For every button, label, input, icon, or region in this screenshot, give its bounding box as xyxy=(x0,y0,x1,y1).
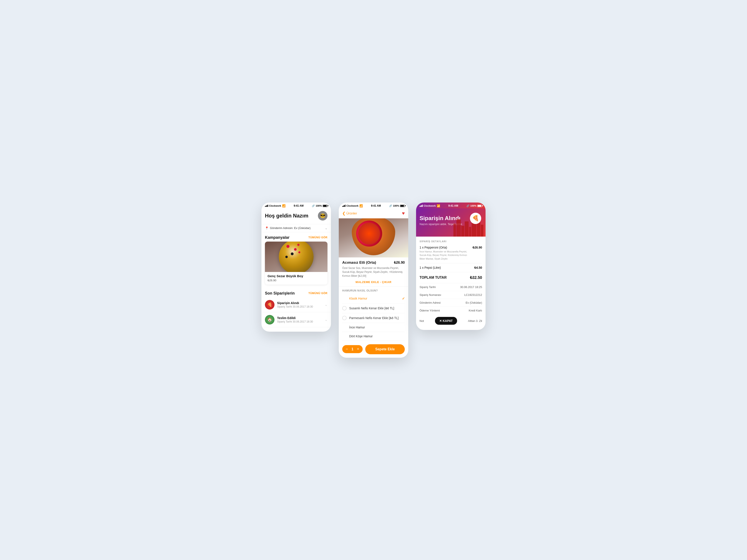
battery-icon-2 xyxy=(400,205,405,207)
product-info: Acımasız Etli (Orta) ₺26.90 Özel Sezar S… xyxy=(339,258,408,278)
order-date-1: Sipariş Tarihi 30.06.2017 18:30 xyxy=(277,305,325,308)
signal-icon-2 xyxy=(342,205,345,207)
divider-1 xyxy=(419,263,482,263)
item1-price: ₺26.90 xyxy=(472,246,482,249)
total-row: TOPLAM TUTAR ₺32.50 xyxy=(419,275,482,280)
campaign-card[interactable]: Genç Sezar Büyük Boy ₺26.90 xyxy=(265,242,328,285)
add-to-cart-button[interactable]: Sepete Ekle xyxy=(365,344,405,354)
order-date-2: Sipariş Tarihi 30.06.2017 18:30 xyxy=(277,320,325,323)
campaign-image xyxy=(265,242,328,272)
qty-increase-button[interactable]: + xyxy=(357,347,359,351)
time-2: 9:41 AM xyxy=(371,204,381,207)
option-item-1[interactable]: Klasik Hamur ✓ xyxy=(342,294,405,303)
bluetooth-icon-3: 🔗 xyxy=(466,205,469,207)
order-logo-2: 🏠 xyxy=(265,315,275,324)
option-item-3[interactable]: Parmesanlı Nefis Kenar Ekle [₺6 TL] xyxy=(342,313,405,323)
battery-label-2: 100% xyxy=(393,205,399,207)
option-text-5: Dört Köşe Hamur xyxy=(349,335,372,338)
time-1: 9:41 AM xyxy=(293,204,304,207)
pizza-plate xyxy=(279,242,314,272)
order-chevron-1: ⌄ xyxy=(325,302,328,307)
address-label: Gönderim Adresi xyxy=(419,301,441,304)
order-item-2[interactable]: 🏠 Teslim Edildi Sipariş Tarihi 30.06.201… xyxy=(261,312,331,327)
carrier-3: Clockwork xyxy=(424,205,436,207)
status-bar-1: Clockwork 📶 9:41 AM 🔗 100% xyxy=(261,203,331,208)
chevron-left-icon: ❮ xyxy=(342,211,345,216)
option-item-2[interactable]: Susamlı Nefis Kenar Ekle [₺6 TL] xyxy=(342,303,405,313)
pizza-hut-logo: 🍕 xyxy=(470,213,481,224)
item1-desc: İnce Hamur, Muenster ve Mozzarella Peyni… xyxy=(419,250,472,261)
address-value: Ev (Üsküdar) xyxy=(466,301,482,304)
home-header: Hoş geldin Nazım 😎 xyxy=(261,208,331,224)
option-item-5[interactable]: Dört Köşe Hamur xyxy=(342,332,405,341)
orders-header: Son Siparişlerin TÜMÜNÜ GÖR xyxy=(261,288,331,297)
address-text: Gönderim Adresin: Ev (Üsküdar) xyxy=(270,226,311,230)
number-label: Sipariş Numarası xyxy=(419,293,441,296)
info-date: Sipariş Tarihi 30.06.2017 18:25 xyxy=(419,283,482,291)
order-chevron-2: ⌄ xyxy=(325,318,328,322)
date-label: Sipariş Tarihi xyxy=(419,286,436,289)
option-item-4[interactable]: İnce Hamur xyxy=(342,323,405,332)
see-all-campaigns[interactable]: TÜMÜNÜ GÖR xyxy=(308,236,328,239)
back-label: Ürünler xyxy=(346,211,357,215)
qty-decrease-button[interactable]: − xyxy=(346,347,348,351)
date-value: 30.06.2017 18:25 xyxy=(460,286,482,289)
details-label: SİPARİŞ DETAYLARI xyxy=(419,240,482,243)
see-all-orders[interactable]: TÜMÜNÜ GÖR xyxy=(308,292,328,295)
screen-confirmation: Clockwork 📶 9:41 AM 🔗 100% xyxy=(416,203,486,330)
order-title-2: Teslim Edildi xyxy=(277,316,325,320)
order-line-2: 1 x Pepsi (Litre) ₺4.50 xyxy=(419,266,482,269)
avatar[interactable]: 😎 xyxy=(318,211,328,220)
total-label: TOPLAM TUTAR xyxy=(419,276,447,279)
close-button[interactable]: ✕ KAPAT xyxy=(435,317,457,325)
total-price: ₺32.50 xyxy=(470,275,482,280)
screen-home: Clockwork 📶 9:41 AM 🔗 100% Hoş geldin Na… xyxy=(261,203,331,332)
item2-price: ₺4.50 xyxy=(474,266,482,269)
bluetooth-icon-1: 🔗 xyxy=(312,205,315,207)
battery-icon-3 xyxy=(477,205,482,207)
order-info-2: Teslim Edildi Sipariş Tarihi 30.06.2017 … xyxy=(277,316,325,323)
order-info-1: Siparişin Alındı Sipariş Tarihi 30.06.20… xyxy=(277,301,325,308)
battery-label-3: 100% xyxy=(470,205,476,207)
item1-name: 1 x Pepperoni (Orta) xyxy=(419,246,472,249)
note-value: Alttan 3. Zil xyxy=(468,319,482,323)
campaign-info: Genç Sezar Büyük Boy ₺26.90 xyxy=(265,272,328,285)
payment-value: Kredi Kartı xyxy=(469,309,482,312)
address-bar[interactable]: 📍 Gönderim Adresin: Ev (Üsküdar) ⌄ xyxy=(261,224,331,232)
carrier-2: Clockwork xyxy=(346,205,359,207)
confirmation-hero: 🍕 Siparişin Alındı Nazım siparişini aldı… xyxy=(416,208,486,237)
orders-title: Son Siparişlerin xyxy=(265,291,295,296)
product-name: Acımasız Etli (Orta) xyxy=(342,261,376,265)
pin-icon: 📍 xyxy=(265,226,268,230)
dough-label: HAMURUN NASIL OLSUN? xyxy=(342,287,405,294)
status-bar-2: Clockwork 📶 9:41 AM 🔗 100% xyxy=(339,203,408,208)
note-label: Not xyxy=(419,319,424,323)
wifi-icon-3: 📶 xyxy=(437,204,440,208)
radio-icon-3 xyxy=(342,316,346,320)
favorite-icon[interactable]: ♥ xyxy=(402,211,405,216)
wifi-icon-2: 📶 xyxy=(359,204,363,208)
campaigns-header: Kampanyalar TÜMÜNÜ GÖR xyxy=(261,232,331,242)
option-text-4: İnce Hamur xyxy=(349,326,365,329)
checkmark-icon: ✓ xyxy=(402,296,405,301)
order-details: SİPARİŞ DETAYLARI 1 x Pepperoni (Orta) İ… xyxy=(416,237,486,330)
ingredients-link[interactable]: MALZEME EKLE - ÇIKAR xyxy=(339,278,408,287)
option-text-1: Klasik Hamur xyxy=(349,297,367,300)
product-description: Özel Sezar Sos, Muenster ve Mozzarella P… xyxy=(342,266,405,278)
product-hero-image xyxy=(339,218,408,258)
signal-icon-1 xyxy=(265,205,268,207)
carrier-1: Clockwork xyxy=(269,205,281,207)
signal-icon-3 xyxy=(419,205,423,207)
back-button[interactable]: ❮ Ürünler xyxy=(342,211,357,216)
radio-icon-2 xyxy=(342,306,346,311)
add-to-cart-bar: − 1 + Sepete Ekle xyxy=(339,341,408,358)
order-item-1[interactable]: 🍕 Siparişin Alındı Sipariş Tarihi 30.06.… xyxy=(261,297,331,312)
campaign-price: ₺26.90 xyxy=(267,279,325,282)
status-bar-3: Clockwork 📶 9:41 AM 🔗 100% xyxy=(416,203,486,208)
chevron-down-icon: ⌄ xyxy=(325,226,328,230)
option-text-2: Susamlı Nefis Kenar Ekle [₺6 TL] xyxy=(349,306,394,310)
quantity-control[interactable]: − 1 + xyxy=(342,345,363,353)
qty-display: 1 xyxy=(352,347,354,351)
dough-options: HAMURUN NASIL OLSUN? Klasik Hamur ✓ Susa… xyxy=(339,287,408,341)
info-address: Gönderim Adresi Ev (Üsküdar) xyxy=(419,299,482,306)
